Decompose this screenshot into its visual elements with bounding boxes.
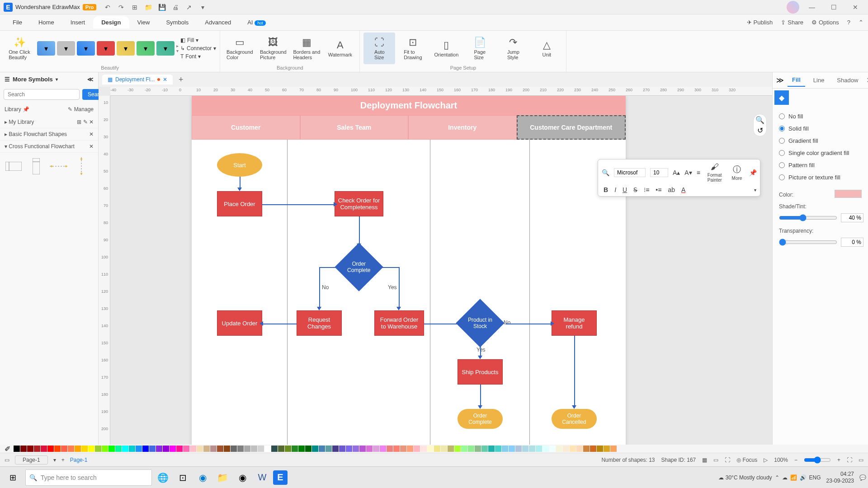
color-swatch[interactable] xyxy=(590,446,596,452)
beautify-swatch-7[interactable]: ▾ xyxy=(156,41,175,56)
beautify-swatch-4[interactable]: ▾ xyxy=(97,41,115,56)
color-swatch[interactable] xyxy=(61,446,67,452)
new-icon[interactable]: ⊞ xyxy=(131,3,139,11)
color-swatch[interactable] xyxy=(332,446,339,452)
font-size-select[interactable] xyxy=(650,168,668,177)
place-order-shape[interactable]: Place Order xyxy=(217,191,262,216)
text-case-icon[interactable]: ab xyxy=(668,186,675,193)
color-swatch[interactable] xyxy=(237,446,244,452)
help-icon[interactable]: ? xyxy=(847,19,850,26)
align-icon[interactable]: ≡ xyxy=(697,169,700,176)
beautify-swatch-1[interactable]: ▾ xyxy=(37,41,55,56)
gradient-fill-radio[interactable]: Gradient fill xyxy=(779,135,862,147)
font-select[interactable] xyxy=(614,168,646,177)
color-swatch[interactable] xyxy=(393,446,400,452)
color-swatch[interactable] xyxy=(400,446,406,452)
color-swatch[interactable] xyxy=(481,446,488,452)
color-swatch[interactable] xyxy=(244,446,250,452)
expand-icon[interactable]: ▾ xyxy=(754,188,756,192)
menu-view[interactable]: View xyxy=(129,16,158,28)
font-dropdown[interactable]: T Font ▾ xyxy=(180,53,216,60)
user-avatar[interactable] xyxy=(787,1,799,14)
page-selector[interactable]: Page-1 xyxy=(15,455,48,465)
underline-icon[interactable]: U xyxy=(623,186,627,193)
no-fill-radio[interactable]: No fill xyxy=(779,110,862,122)
lane-inventory[interactable]: Inventory xyxy=(408,115,517,140)
color-swatch[interactable] xyxy=(515,446,522,452)
cross-functional-section[interactable]: ▾ Cross Functional Flowchart ✕ xyxy=(0,141,98,153)
shade-slider[interactable] xyxy=(779,214,837,221)
color-swatch[interactable] xyxy=(47,446,54,452)
beautify-more-icon[interactable]: ▸▾ xyxy=(176,43,179,53)
color-swatch[interactable] xyxy=(292,446,298,452)
bold-icon[interactable]: B xyxy=(604,186,608,193)
page-dropdown-icon[interactable]: ▾ xyxy=(53,457,56,463)
symbol-search-input[interactable] xyxy=(4,89,80,100)
color-swatch[interactable] xyxy=(108,446,115,452)
orientation-button[interactable]: ▯Orientation xyxy=(430,33,462,64)
color-swatch[interactable] xyxy=(88,446,94,452)
color-swatch[interactable] xyxy=(81,446,88,452)
options-button[interactable]: ⚙ Options xyxy=(811,19,839,26)
watermark-button[interactable]: AWatermark xyxy=(324,33,356,64)
color-swatch[interactable] xyxy=(549,446,556,452)
open-icon[interactable]: 📁 xyxy=(144,3,152,11)
menu-insert[interactable]: Insert xyxy=(62,16,94,28)
jump-style-button[interactable]: ↷Jump Style xyxy=(497,33,529,64)
expand-panel-icon[interactable]: ≫ xyxy=(776,76,784,84)
separator-v-shape[interactable] xyxy=(72,157,90,175)
swimlane-v-shape[interactable] xyxy=(27,157,45,175)
close-icon[interactable]: ✕ xyxy=(89,119,94,125)
color-swatch[interactable] xyxy=(604,446,610,452)
bg-color-button[interactable]: ▭Background Color xyxy=(224,33,255,64)
chrome-icon[interactable]: ◉ xyxy=(233,469,251,487)
color-swatch[interactable] xyxy=(156,446,162,452)
color-swatch[interactable] xyxy=(285,446,291,452)
zoom-in-icon[interactable]: 🔍 xyxy=(755,116,764,124)
canvas-zoom-tool[interactable]: 🔍 ↺ xyxy=(753,114,767,136)
color-swatch[interactable] xyxy=(278,446,284,452)
flowchart-title[interactable]: Deployment Flowchart xyxy=(192,96,626,115)
pin-icon[interactable]: 📌 xyxy=(749,169,757,176)
increase-font-icon[interactable]: A▴ xyxy=(673,169,680,176)
color-swatch[interactable] xyxy=(224,446,230,452)
edge-icon[interactable]: ◉ xyxy=(193,469,212,487)
zoom-slider[interactable] xyxy=(804,456,831,464)
color-swatch[interactable] xyxy=(488,446,495,452)
search-icon[interactable]: 🔍 xyxy=(602,169,609,176)
close-icon[interactable]: ✕ xyxy=(89,131,94,137)
basic-flowchart-section[interactable]: ▸ Basic Flowchart Shapes ✕ xyxy=(0,128,98,141)
language-icon[interactable]: ENG xyxy=(809,474,821,481)
manage-link[interactable]: ✎ Manage xyxy=(68,106,94,113)
news-widget[interactable]: 🌐 xyxy=(154,469,172,487)
add-tab-button[interactable]: + xyxy=(175,74,186,85)
color-swatch[interactable] xyxy=(522,446,528,452)
zoom-in-button[interactable]: + xyxy=(837,457,840,463)
color-swatch[interactable] xyxy=(203,446,210,452)
menu-advanced[interactable]: Advanced xyxy=(197,16,239,28)
color-swatch[interactable] xyxy=(129,446,135,452)
view-icon-2[interactable]: ▭ xyxy=(713,457,718,463)
swimlane-h-shape[interactable] xyxy=(5,157,23,175)
color-swatch[interactable] xyxy=(264,446,271,452)
color-swatch[interactable] xyxy=(407,446,413,452)
decrease-font-icon[interactable]: A▾ xyxy=(684,169,692,176)
unit-button[interactable]: △Unit xyxy=(531,33,562,64)
color-swatch[interactable] xyxy=(210,446,217,452)
color-swatch[interactable] xyxy=(468,446,474,452)
color-swatch[interactable] xyxy=(570,446,576,452)
font-color-icon[interactable]: A xyxy=(681,186,685,193)
color-swatch[interactable] xyxy=(136,446,142,452)
color-swatch[interactable] xyxy=(387,446,393,452)
eyedropper-icon[interactable]: ✐ xyxy=(5,445,10,453)
color-swatch[interactable] xyxy=(576,446,583,452)
solid-fill-radio[interactable]: Solid fill xyxy=(779,122,862,135)
close-button[interactable]: ✕ xyxy=(846,0,864,14)
color-swatch[interactable] xyxy=(441,446,447,452)
color-swatch[interactable] xyxy=(190,446,196,452)
document-tab[interactable]: ▦ Deployment Fl... ✕ xyxy=(102,75,173,84)
share-button[interactable]: ⇪ Share xyxy=(781,19,803,26)
color-swatch[interactable] xyxy=(373,446,379,452)
add-icon[interactable]: ⊞ xyxy=(77,119,81,125)
task-view-icon[interactable]: ⊡ xyxy=(174,469,192,487)
